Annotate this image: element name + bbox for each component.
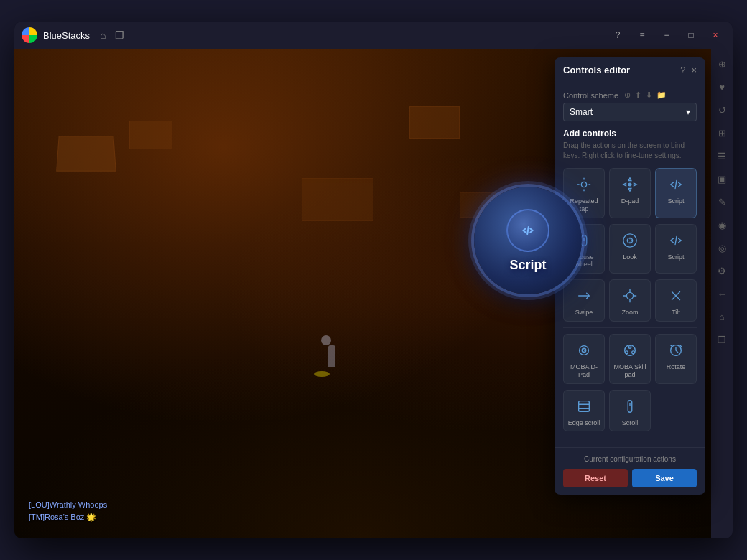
moba-skill-icon (620, 340, 640, 360)
control-tilt[interactable]: Tilt (655, 279, 697, 322)
svg-point-5 (626, 293, 633, 299)
rt-icon-1[interactable]: ⊕ (713, 55, 731, 73)
rotate-label: Rotate (667, 363, 686, 371)
look-icon (620, 230, 640, 251)
panel-footer: Current configuration actions Reset Save (555, 447, 705, 495)
scroll-icon (620, 396, 640, 416)
reset-button[interactable]: Reset (563, 469, 628, 487)
dpad-label: D-pad (621, 197, 639, 205)
svg-rect-13 (579, 401, 590, 411)
scheme-icon-save[interactable]: ⬆ (635, 90, 641, 100)
save-button[interactable]: Save (632, 469, 697, 487)
scroll-label: Scroll (622, 419, 639, 427)
rt-icon-13[interactable]: ❐ (713, 330, 731, 349)
title-bar-icons: ⌂ ❐ (100, 29, 124, 41)
zoom-label: Zoom (621, 309, 638, 317)
scheme-label: Control scheme ⊕ ⬆ ⬇ 📁 (563, 90, 697, 100)
close-button[interactable]: × (705, 25, 725, 45)
script2-label: Script (667, 253, 684, 261)
script-icon (666, 174, 686, 195)
rt-icon-3[interactable]: ↺ (713, 101, 731, 119)
scheme-icon-copy[interactable]: ⊕ (624, 90, 631, 100)
footer-label: Current configuration actions (563, 455, 697, 463)
svg-point-1 (628, 183, 631, 186)
app-name: BlueStacks (43, 30, 90, 41)
control-look[interactable]: Look (609, 224, 651, 274)
script-circle: Script (474, 187, 582, 294)
script-overlay: Script (474, 187, 589, 302)
rt-icon-12[interactable]: ⌂ (713, 307, 731, 326)
script-label: Script (667, 197, 684, 205)
moba-dpad-label: MOBA D-Pad (567, 363, 601, 379)
script-popup-label: Script (509, 258, 546, 273)
dpad-icon (620, 174, 640, 195)
controls-separator (563, 327, 697, 328)
menu-button[interactable]: ≡ (632, 25, 652, 45)
rt-icon-8[interactable]: ◉ (713, 215, 731, 234)
scheme-icon-load[interactable]: ⬇ (646, 90, 652, 100)
maximize-button[interactable]: □ (681, 25, 701, 45)
control-dpad[interactable]: D-pad (609, 168, 651, 218)
footer-buttons: Reset Save (563, 469, 697, 487)
moba-dpad-icon: 6 (574, 340, 594, 360)
controls-grid-row5: Edge scroll Scroll (563, 390, 697, 432)
home-icon[interactable]: ⌂ (100, 29, 106, 41)
rt-icon-5[interactable]: ☰ (713, 146, 731, 165)
control-scroll[interactable]: Scroll (609, 390, 651, 432)
rt-icon-6[interactable]: ▣ (713, 169, 731, 188)
app-window: BlueStacks ⌂ ❐ ? ≡ − □ × ⊕ ♥ ↺ ⊞ ☰ ▣ ✎ ◉… (14, 22, 733, 538)
title-bar: BlueStacks ⌂ ❐ ? ≡ − □ × (14, 22, 733, 49)
add-controls-desc: Drag the actions on the screen to bind k… (563, 141, 697, 161)
panel-header-icons: ? × (680, 65, 697, 75)
right-toolbar: ⊕ ♥ ↺ ⊞ ☰ ▣ ✎ ◉ ◎ ⚙ ← ⌂ ❐ (711, 49, 733, 538)
control-edge-scroll[interactable]: Edge scroll (563, 390, 605, 432)
controls-grid-row4: 6 MOBA D-Pad MOBA Skill pad (563, 334, 697, 384)
edge-scroll-label: Edge scroll (568, 419, 600, 427)
control-moba-dpad[interactable]: 6 MOBA D-Pad (563, 334, 605, 384)
rt-icon-2[interactable]: ♥ (713, 78, 731, 96)
svg-rect-14 (628, 400, 632, 412)
script2-icon (666, 230, 686, 251)
chat-line-1: [LOU]Wrathly Whoops (29, 499, 107, 512)
scheme-icon-folder[interactable]: 📁 (656, 90, 667, 100)
look-label: Look (623, 253, 637, 261)
game-chat: [LOU]Wrathly Whoops [TM]Rosa's Boz 🌟 (29, 499, 107, 524)
control-zoom[interactable]: Zoom (609, 279, 651, 322)
script-circle-icon (506, 209, 549, 252)
chat-name-1: [LOU]Wrathly Whoops (29, 499, 107, 512)
copy-icon[interactable]: ❐ (115, 29, 124, 41)
rt-icon-9[interactable]: ◎ (713, 238, 731, 257)
rotate-icon (666, 340, 686, 360)
control-script[interactable]: Script (655, 168, 697, 218)
rt-icon-4[interactable]: ⊞ (713, 123, 731, 142)
scheme-icons: ⊕ ⬆ ⬇ 📁 (624, 90, 667, 100)
minimize-button[interactable]: − (656, 25, 677, 45)
swipe-label: Swipe (575, 309, 593, 317)
rt-icon-7[interactable]: ✎ (713, 192, 731, 211)
panel-header: Controls editor ? × (555, 57, 705, 83)
rt-icon-10[interactable]: ⚙ (713, 261, 731, 280)
code-icon (521, 223, 535, 238)
panel-help-button[interactable]: ? (680, 65, 685, 75)
window-controls: ? ≡ − □ × (608, 25, 725, 45)
chat-name-2: [TM]Rosa's Boz 🌟 (29, 511, 96, 524)
moba-skill-label: MOBA Skill pad (613, 363, 647, 379)
control-script2[interactable]: Script (655, 224, 697, 274)
add-controls-title: Add controls (563, 129, 697, 139)
panel-close-button[interactable]: × (691, 65, 697, 75)
svg-point-10 (628, 346, 631, 349)
control-moba-skill[interactable]: MOBA Skill pad (609, 334, 651, 384)
zoom-icon (620, 286, 640, 306)
tilt-icon (666, 286, 686, 306)
rt-icon-11[interactable]: ← (713, 284, 731, 303)
tilt-label: Tilt (672, 309, 680, 317)
scheme-select[interactable]: Smart ▾ (563, 103, 697, 121)
edge-scroll-icon (574, 396, 594, 416)
svg-point-12 (632, 351, 635, 354)
bluestacks-logo (22, 27, 37, 43)
svg-text:6: 6 (582, 347, 585, 353)
svg-point-11 (626, 351, 628, 354)
help-button[interactable]: ? (608, 25, 628, 45)
control-rotate[interactable]: Rotate (655, 334, 697, 384)
panel-title: Controls editor (563, 65, 630, 75)
